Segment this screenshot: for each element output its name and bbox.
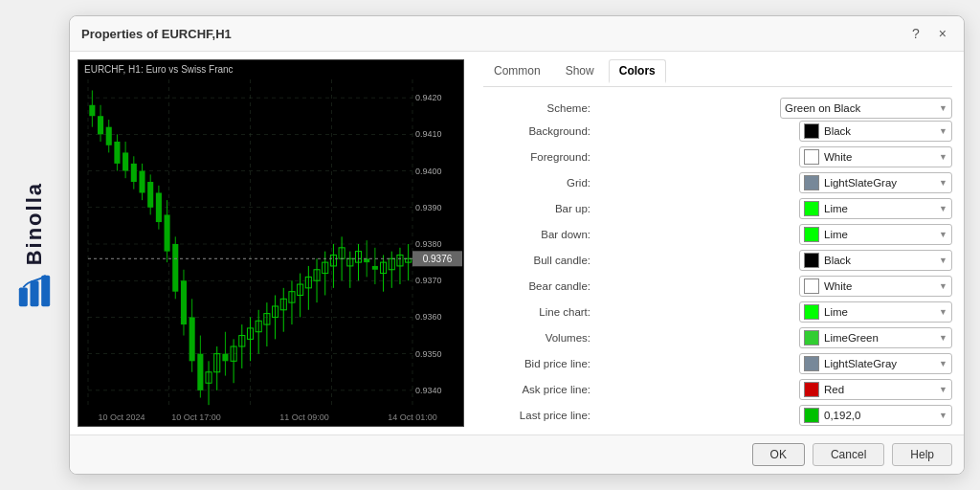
color-swatch: [804, 227, 819, 242]
color-row: Background:Black▼: [483, 120, 952, 143]
color-row-select[interactable]: Red▼: [799, 379, 952, 400]
chart-title: EURCHF, H1: Euro vs Swiss Franc: [78, 60, 239, 78]
scheme-select[interactable]: Green on Black ▼: [780, 98, 952, 119]
color-row-label: Line chart:: [483, 306, 598, 318]
color-row-select[interactable]: White▼: [799, 146, 952, 167]
dropdown-arrow-icon: ▼: [939, 178, 947, 188]
color-swatch: [804, 330, 819, 345]
color-swatch: [804, 304, 819, 320]
color-row-select[interactable]: Lime▼: [799, 198, 952, 219]
scheme-dropdown-arrow: ▼: [939, 103, 947, 113]
color-row-select[interactable]: Black▼: [799, 250, 952, 271]
color-swatch: [804, 253, 819, 268]
dialog-title: Properties of EURCHF,H1: [81, 27, 232, 41]
color-name: White: [824, 151, 935, 163]
color-row-label: Volumes:: [483, 332, 598, 344]
dropdown-arrow-icon: ▼: [939, 281, 947, 291]
color-rows: Background:Black▼Foreground:White▼Grid:L…: [483, 120, 952, 427]
color-row-select[interactable]: LightSlateGray▼: [799, 353, 952, 374]
tab-colors[interactable]: Colors: [609, 59, 666, 83]
dropdown-arrow-icon: ▼: [939, 307, 947, 317]
svg-rect-0: [19, 287, 28, 306]
color-row: Foreground:White▼: [483, 145, 952, 168]
color-row-label: Bull candle:: [483, 255, 598, 266]
color-row-label: Bar up:: [483, 203, 598, 214]
chart-canvas: [78, 60, 464, 427]
help-footer-button[interactable]: Help: [892, 443, 952, 466]
dropdown-arrow-icon: ▼: [939, 333, 947, 343]
sidebar: Binolla: [0, 0, 69, 490]
app-container: Binolla Properties of EURCHF,H1 ? ×: [0, 0, 980, 490]
dialog-titlebar: Properties of EURCHF,H1 ? ×: [70, 16, 964, 52]
scheme-row: Scheme: Green on Black ▼: [483, 97, 952, 120]
color-name: 0,192,0: [824, 410, 935, 421]
color-name: LimeGreen: [824, 332, 935, 344]
dropdown-arrow-icon: ▼: [939, 256, 947, 265]
color-swatch: [804, 408, 819, 423]
dropdown-arrow-icon: ▼: [939, 385, 947, 394]
dropdown-arrow-icon: ▼: [939, 230, 947, 239]
dropdown-arrow-icon: ▼: [939, 359, 947, 368]
color-row-label: Ask price line:: [483, 384, 598, 395]
brand-text: Binolla: [22, 182, 47, 265]
color-row-label: Foreground:: [483, 151, 598, 163]
tabs: Common Show Colors: [483, 59, 952, 87]
color-row: Last price line:0,192,0▼: [483, 404, 952, 427]
tab-common[interactable]: Common: [483, 59, 551, 82]
color-name: Lime: [824, 203, 935, 214]
dropdown-arrow-icon: ▼: [939, 204, 947, 213]
color-row-select[interactable]: Black▼: [799, 121, 952, 142]
color-name: Lime: [824, 229, 935, 240]
color-name: LightSlateGray: [824, 177, 935, 189]
close-button[interactable]: ×: [933, 24, 952, 43]
svg-rect-2: [41, 275, 50, 305]
color-row: Volumes:LimeGreen▼: [483, 326, 952, 349]
color-row: Bar down:Lime▼: [483, 223, 952, 246]
color-row: Bar up:Lime▼: [483, 197, 952, 220]
color-row-label: Background:: [483, 125, 598, 137]
color-swatch: [804, 278, 819, 294]
properties-dialog: Properties of EURCHF,H1 ? × EURCHF, H1: …: [69, 15, 965, 475]
dialog-footer: OK Cancel Help: [70, 434, 964, 474]
brand: Binolla: [17, 182, 52, 307]
color-name: Lime: [824, 306, 935, 318]
color-name: LightSlateGray: [824, 358, 935, 369]
color-row-label: Grid:: [483, 177, 598, 189]
color-row-select[interactable]: White▼: [799, 276, 952, 297]
chart-panel: EURCHF, H1: Euro vs Swiss Franc: [70, 52, 472, 434]
color-row: Bear candle:White▼: [483, 275, 952, 298]
dialog-content: EURCHF, H1: Euro vs Swiss Franc Common S…: [70, 52, 964, 434]
help-button[interactable]: ?: [906, 24, 925, 43]
ok-button[interactable]: OK: [752, 443, 805, 466]
dropdown-arrow-icon: ▼: [939, 411, 947, 420]
color-row-label: Bid price line:: [483, 358, 598, 369]
color-name: Black: [824, 255, 935, 266]
color-row: Ask price line:Red▼: [483, 378, 952, 401]
color-row-label: Bear candle:: [483, 280, 598, 292]
color-name: White: [824, 280, 935, 292]
color-row-select[interactable]: LightSlateGray▼: [799, 172, 952, 193]
color-swatch: [804, 382, 819, 397]
color-row-select[interactable]: Lime▼: [799, 301, 952, 323]
color-row: Line chart:Lime▼: [483, 301, 952, 323]
brand-logo-icon: [17, 274, 52, 308]
color-swatch: [804, 175, 819, 190]
tab-show[interactable]: Show: [555, 59, 605, 82]
settings-panel: Common Show Colors Scheme: Green on Blac…: [472, 52, 964, 434]
color-row: Bull candle:Black▼: [483, 249, 952, 272]
cancel-button[interactable]: Cancel: [813, 443, 884, 466]
color-row-select[interactable]: Lime▼: [799, 224, 952, 245]
dropdown-arrow-icon: ▼: [939, 126, 947, 136]
color-row-label: Last price line:: [483, 410, 598, 421]
color-row-select[interactable]: 0,192,0▼: [799, 405, 952, 426]
color-name: Black: [824, 125, 935, 137]
color-swatch: [804, 149, 819, 165]
color-row-select[interactable]: LimeGreen▼: [799, 327, 952, 348]
dialog-controls: ? ×: [906, 24, 952, 43]
color-row: Grid:LightSlateGray▼: [483, 171, 952, 194]
color-swatch: [804, 201, 819, 216]
scheme-value: Green on Black: [785, 102, 935, 114]
chart-container: EURCHF, H1: Euro vs Swiss Franc: [78, 59, 464, 427]
color-swatch: [804, 123, 819, 139]
dropdown-arrow-icon: ▼: [939, 152, 947, 162]
